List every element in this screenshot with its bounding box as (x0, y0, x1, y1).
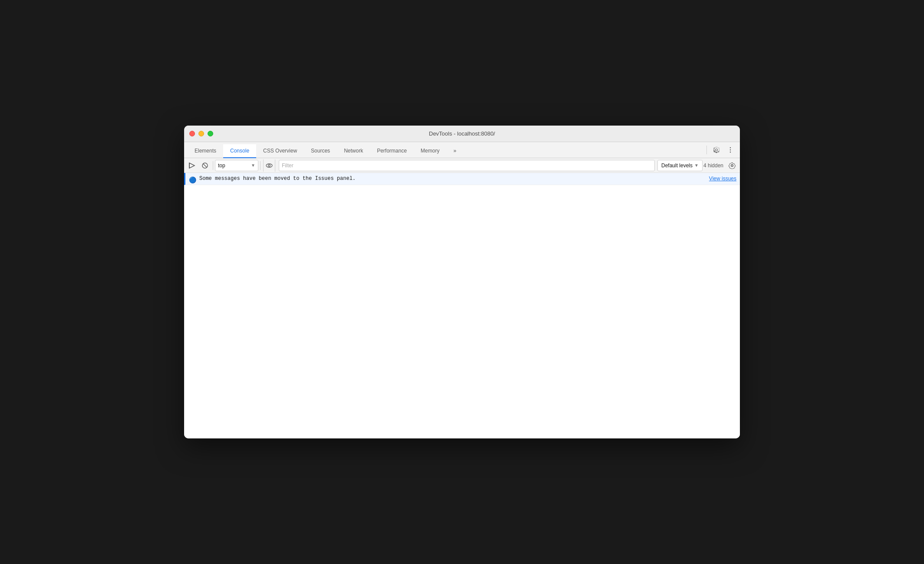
info-message-icon: 🔵 (189, 176, 196, 182)
tab-css-overview[interactable]: CSS Overview (256, 144, 304, 158)
execute-icon[interactable] (186, 159, 198, 172)
tabs-divider (706, 146, 707, 154)
svg-point-0 (730, 147, 731, 148)
console-toolbar: top ▼ Default levels ▼ 4 hidden (184, 158, 740, 173)
view-issues-link[interactable]: View issues (709, 175, 736, 182)
message-text: Some messages have been moved to the Iss… (199, 175, 702, 182)
tabs-actions (705, 142, 740, 158)
svg-point-1 (730, 149, 731, 150)
filter-input[interactable] (279, 160, 654, 171)
tab-more[interactable]: » (446, 144, 463, 158)
levels-arrow: ▼ (694, 163, 699, 168)
log-levels-selector[interactable]: Default levels ▼ (657, 160, 703, 171)
console-info-message: 🔵 Some messages have been moved to the I… (184, 173, 740, 185)
maximize-button[interactable] (208, 131, 213, 136)
tab-performance[interactable]: Performance (370, 144, 414, 158)
tab-network[interactable]: Network (337, 144, 370, 158)
eye-icon[interactable] (263, 159, 275, 172)
title-bar: DevTools - localhost:8080/ (184, 126, 740, 142)
tabs-bar: Elements Console CSS Overview Sources Ne… (184, 142, 740, 158)
svg-point-2 (730, 152, 731, 153)
settings-icon[interactable] (710, 144, 723, 156)
toolbar-divider-1 (213, 161, 213, 170)
console-settings-icon[interactable] (726, 159, 738, 172)
console-content: 🔵 Some messages have been moved to the I… (184, 173, 740, 438)
context-selector-arrow: ▼ (251, 163, 255, 168)
svg-rect-3 (189, 163, 190, 168)
tab-console[interactable]: Console (223, 144, 256, 158)
tab-memory[interactable]: Memory (414, 144, 446, 158)
svg-point-7 (268, 164, 270, 166)
toolbar-divider-2 (260, 161, 261, 170)
clear-console-icon[interactable] (199, 159, 211, 172)
svg-line-5 (203, 164, 207, 167)
hidden-count: 4 hidden (703, 163, 723, 169)
tab-sources[interactable]: Sources (304, 144, 337, 158)
more-options-icon[interactable] (724, 144, 736, 156)
tab-elements[interactable]: Elements (188, 144, 223, 158)
filter-area (279, 160, 655, 171)
traffic-lights (189, 131, 213, 136)
close-button[interactable] (189, 131, 195, 136)
window-title: DevTools - localhost:8080/ (429, 130, 495, 137)
devtools-window: DevTools - localhost:8080/ Elements Cons… (184, 126, 740, 438)
minimize-button[interactable] (198, 131, 204, 136)
toolbar-right: 4 hidden (703, 159, 738, 172)
context-selector[interactable]: top ▼ (215, 160, 258, 171)
